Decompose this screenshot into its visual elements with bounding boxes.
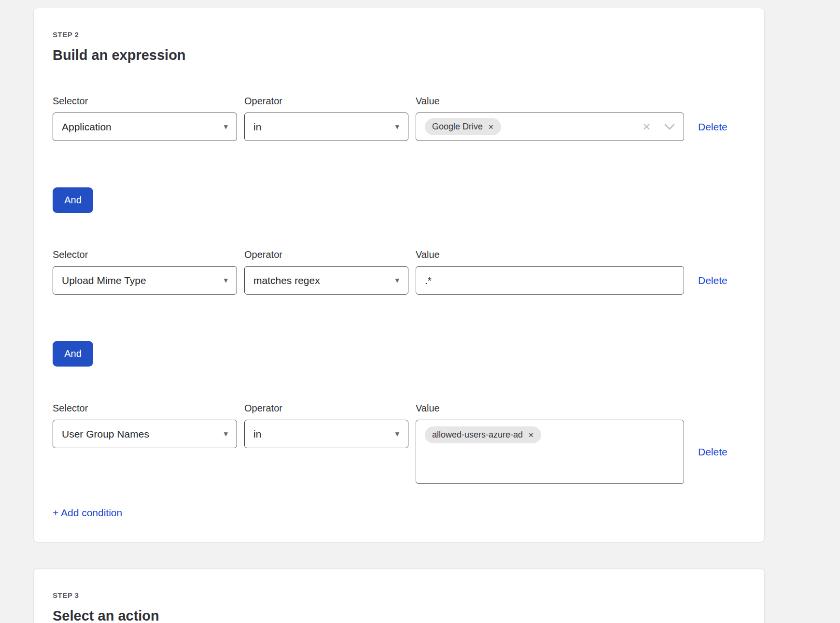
step-3-label: STEP 3 [53,591,745,600]
selector-dropdown[interactable]: Upload Mime Type ▾ [53,266,237,295]
value-multiselect[interactable]: Google Drive ✕ ✕ [416,113,684,141]
operator-dropdown[interactable]: in ▾ [244,420,408,448]
selector-dropdown[interactable]: User Group Names ▾ [53,420,237,448]
build-expression-title: Build an expression [53,47,745,63]
build-expression-card: STEP 2 Build an expression Selector Oper… [33,8,765,542]
select-action-title: Select an action [53,608,745,623]
operator-column-label: Operator [244,95,408,107]
value-multiselect[interactable]: allowed-users-azure-ad ✕ [416,420,684,484]
operator-selected-value: matches regex [253,275,320,286]
chevron-down-icon: ▾ [395,123,399,131]
value-column-label: Value [416,249,684,260]
value-tag: allowed-users-azure-ad ✕ [425,426,541,443]
selector-dropdown[interactable]: Application ▾ [53,113,237,141]
operator-dropdown[interactable]: matches regex ▾ [244,266,408,295]
operator-column-label: Operator [244,402,408,414]
and-button[interactable]: And [53,341,93,367]
selector-column-label: Selector [53,249,237,260]
selector-selected-value: Upload Mime Type [62,275,146,286]
selector-selected-value: Application [62,121,112,133]
step-2-label: STEP 2 [53,30,745,39]
delete-condition-button[interactable]: Delete [698,121,728,133]
selector-column-label: Selector [53,402,237,414]
remove-tag-icon[interactable]: ✕ [488,124,494,130]
value-tag: Google Drive ✕ [425,118,501,135]
chevron-down-icon: ▾ [224,276,228,284]
select-action-card: STEP 3 Select an action [33,568,765,623]
add-condition-link[interactable]: + Add condition [53,507,122,519]
delete-condition-button[interactable]: Delete [698,275,728,286]
remove-tag-icon[interactable]: ✕ [528,432,534,439]
selector-selected-value: User Group Names [62,428,149,440]
chevron-down-icon: ▾ [224,430,228,438]
operator-selected-value: in [253,428,261,440]
condition-row-3: Selector Operator Value User Group Names… [53,402,745,484]
operator-column-label: Operator [244,249,408,260]
delete-condition-button[interactable]: Delete [698,446,728,458]
condition-row-1: Selector Operator Value Application ▾ in… [53,95,745,141]
clear-all-icon[interactable]: ✕ [642,122,651,132]
and-button[interactable]: And [53,187,93,213]
value-column-label: Value [416,402,684,414]
condition-row-2: Selector Operator Value Upload Mime Type… [53,249,745,295]
selector-column-label: Selector [53,95,237,107]
operator-dropdown[interactable]: in ▾ [244,113,408,141]
chevron-down-icon[interactable] [664,124,675,130]
chevron-down-icon: ▾ [395,430,399,438]
value-text-input[interactable] [416,266,684,295]
value-tag-label: Google Drive [432,122,483,132]
value-column-label: Value [416,95,684,107]
value-tag-label: allowed-users-azure-ad [432,430,523,440]
chevron-down-icon: ▾ [395,276,399,284]
policy-builder-page: { "colors": { "link_blue": "#1a46d2", "b… [0,0,840,623]
operator-selected-value: in [253,121,261,133]
chevron-down-icon: ▾ [224,123,228,131]
